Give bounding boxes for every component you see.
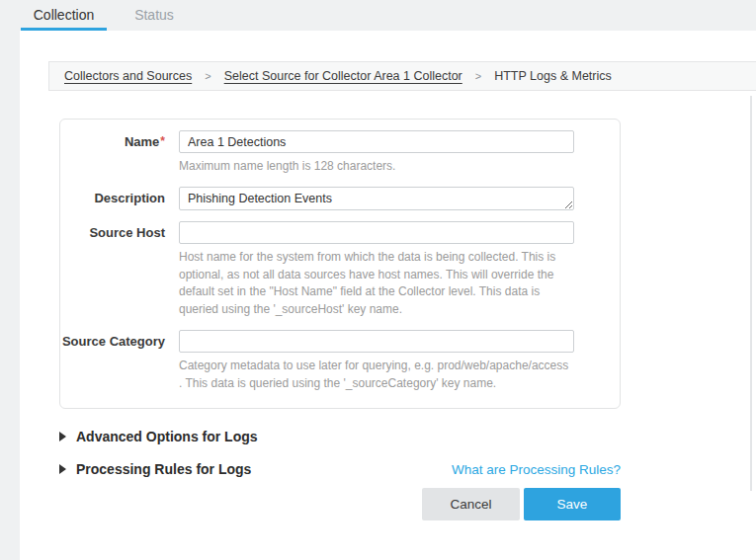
breadcrumb-separator-icon: >	[475, 70, 481, 82]
breadcrumb-separator-icon: >	[205, 70, 210, 82]
breadcrumb-collectors-and-sources[interactable]: Collectors and Sources	[64, 69, 192, 83]
source-config-form: Name* Maximum name length is 128 charact…	[59, 119, 621, 409]
required-asterisk: *	[160, 134, 165, 148]
name-input[interactable]	[179, 130, 574, 153]
breadcrumb-select-source[interactable]: Select Source for Collector Area 1 Colle…	[224, 69, 462, 83]
source-category-input[interactable]	[179, 330, 574, 353]
what-are-processing-rules-link[interactable]: What are Processing Rules?	[452, 462, 621, 477]
name-label-text: Name	[125, 134, 159, 149]
source-host-label: Source Host	[60, 221, 179, 319]
save-button[interactable]: Save	[524, 488, 621, 520]
name-row: Name* Maximum name length is 128 charact…	[60, 130, 620, 176]
breadcrumb-current-page: HTTP Logs & Metrics	[494, 69, 612, 83]
form-actions: Cancel Save	[59, 488, 621, 520]
tab-collection-label: Collection	[34, 7, 94, 23]
tab-status-label: Status	[134, 7, 174, 23]
tab-status[interactable]: Status	[121, 0, 188, 31]
content-panel: Collectors and Sources > Select Source f…	[20, 31, 756, 560]
tab-bar: Collection Status	[0, 0, 756, 31]
source-host-row: Source Host Host name for the system fro…	[60, 221, 620, 319]
description-label: Description	[60, 187, 179, 210]
cancel-button[interactable]: Cancel	[422, 488, 520, 520]
name-help-text: Maximum name length is 128 characters.	[179, 158, 574, 176]
vertical-scrollbar[interactable]	[750, 96, 752, 491]
expand-arrow-icon	[59, 464, 66, 474]
source-host-input[interactable]	[179, 221, 574, 244]
processing-rules-title: Processing Rules for Logs	[76, 461, 251, 477]
name-label: Name*	[60, 130, 179, 176]
tab-collection[interactable]: Collection	[21, 0, 107, 31]
source-category-label: Source Category	[60, 330, 179, 393]
expand-arrow-icon	[59, 432, 66, 441]
processing-rules-toggle[interactable]: Processing Rules for Logs	[59, 461, 251, 477]
source-category-help-text: Category metadata to use later for query…	[179, 358, 574, 393]
advanced-options-row: Advanced Options for Logs	[59, 429, 621, 444]
breadcrumb: Collectors and Sources > Select Source f…	[48, 61, 756, 91]
source-host-help-text: Host name for the system from which the …	[179, 249, 574, 319]
advanced-options-toggle[interactable]: Advanced Options for Logs	[59, 429, 258, 444]
source-category-row: Source Category Category metadata to use…	[60, 330, 620, 393]
advanced-options-title: Advanced Options for Logs	[76, 429, 258, 444]
description-row: Description Phishing Detection Events	[60, 187, 620, 210]
description-textarea[interactable]: Phishing Detection Events	[179, 187, 574, 210]
processing-rules-row: Processing Rules for Logs What are Proce…	[59, 461, 621, 477]
